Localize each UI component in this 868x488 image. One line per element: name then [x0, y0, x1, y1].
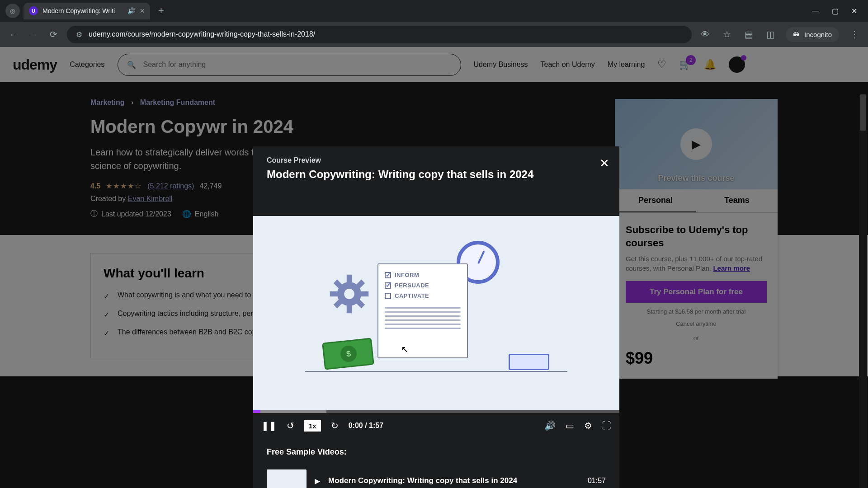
incognito-badge[interactable]: 🕶 Incognito [786, 27, 839, 42]
bookmark-star-icon[interactable]: ☆ [721, 29, 733, 40]
url-text: udemy.com/course/modern-copywriting-writ… [89, 30, 315, 38]
incognito-label: Incognito [804, 31, 832, 38]
svg-point-9 [344, 289, 354, 299]
maximize-icon[interactable]: ▢ [832, 7, 839, 15]
video-controls: ❚❚ ↺ 1x ↻ 0:00 / 1:57 🔊 ▭ ⚙ ⛶ [253, 413, 619, 438]
svg-rect-4 [361, 291, 368, 296]
incognito-icon: 🕶 [793, 31, 800, 38]
sidepanel-icon[interactable]: ◫ [764, 29, 777, 40]
time-display: 0:00 / 1:57 [349, 422, 383, 430]
preview-modal: Course Preview Modern Copywriting: Writi… [253, 146, 619, 488]
udemy-favicon-icon: U [29, 6, 38, 15]
played-segment [253, 410, 260, 413]
browser-tab[interactable]: U Modern Copywriting: Writi 🔊 × [24, 3, 150, 19]
close-tab-icon[interactable]: × [140, 6, 145, 16]
nav-bar: ← → ⟳ ⚙ udemy.com/course/modern-copywrit… [0, 22, 868, 47]
video-frame-illustration: INFORM PERSUADE CAPTIVATE ↖ [319, 245, 554, 381]
gear-icon [328, 272, 371, 315]
reading-list-icon[interactable]: ▤ [742, 29, 755, 40]
volume-icon[interactable]: 🔊 [544, 420, 556, 431]
svg-rect-3 [330, 291, 338, 296]
site-settings-icon[interactable]: ⚙ [76, 30, 82, 39]
mouse-cursor-icon: ↖ [401, 344, 409, 355]
eye-tracking-icon[interactable]: 👁 [699, 29, 712, 40]
captions-icon[interactable]: ▭ [566, 420, 574, 431]
svg-rect-2 [347, 305, 352, 313]
sample-duration: 01:57 [588, 477, 606, 485]
device-icon [509, 354, 549, 370]
video-player[interactable]: INFORM PERSUADE CAPTIVATE ↖ [253, 216, 619, 410]
sample-video-row[interactable]: ▶ Modern Copywriting: Writing copy that … [267, 465, 606, 488]
window-controls: ― ▢ ✕ [812, 7, 863, 15]
tab-bar: ◎ U Modern Copywriting: Writi 🔊 × + ― ▢ … [0, 0, 868, 22]
modal-eyebrow: Course Preview [267, 156, 606, 164]
settings-gear-icon[interactable]: ⚙ [584, 420, 592, 431]
browser-menu-icon[interactable]: ⋮ [848, 29, 861, 40]
close-window-icon[interactable]: ✕ [851, 7, 857, 15]
sample-thumbnail [267, 469, 307, 488]
rewind-button[interactable]: ↺ [287, 420, 294, 431]
fullscreen-icon[interactable]: ⛶ [602, 421, 611, 431]
modal-title: Modern Copywriting: Writing copy that se… [267, 168, 606, 181]
playback-speed-button[interactable]: 1x [304, 420, 321, 432]
video-progress-bar[interactable] [253, 410, 619, 413]
reload-icon[interactable]: ⟳ [47, 29, 60, 40]
back-icon[interactable]: ← [7, 29, 20, 40]
forward-button[interactable]: ↻ [331, 420, 339, 431]
document-icon: INFORM PERSUADE CAPTIVATE [377, 263, 468, 358]
play-icon: ▶ [315, 477, 320, 485]
money-icon [322, 338, 374, 370]
audio-playing-icon[interactable]: 🔊 [127, 7, 135, 14]
url-bar[interactable]: ⚙ udemy.com/course/modern-copywriting-wr… [67, 26, 692, 43]
forward-icon: → [27, 29, 40, 40]
tab-title: Modern Copywriting: Writi [42, 7, 123, 14]
new-tab-button[interactable]: + [154, 5, 169, 17]
buffered-segment [253, 410, 326, 413]
close-modal-icon[interactable]: ✕ [599, 156, 609, 170]
sample-video-title: Modern Copywriting: Writing copy that se… [328, 476, 580, 485]
sample-section-title: Free Sample Videos: [267, 447, 606, 457]
minimize-icon[interactable]: ― [812, 7, 819, 15]
profile-shield-icon[interactable]: ◎ [5, 4, 20, 18]
pause-button[interactable]: ❚❚ [261, 420, 277, 431]
svg-rect-1 [347, 275, 352, 282]
